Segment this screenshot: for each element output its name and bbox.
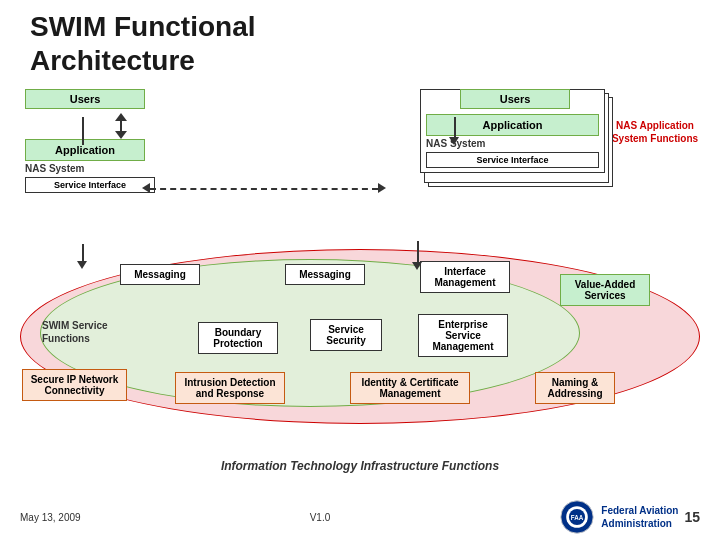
arrowhead-down-to-messaging bbox=[77, 261, 87, 269]
messaging-right-box: Messaging bbox=[285, 264, 365, 285]
service-interface-right: Service Interface bbox=[426, 152, 599, 168]
page: SWIM Functional Architecture SWIM Servic… bbox=[0, 0, 720, 540]
service-security-box: ServiceSecurity bbox=[310, 319, 382, 351]
nas-left-block: Users Application NAS System Service Int… bbox=[20, 89, 190, 193]
arrowhead-right-app bbox=[378, 183, 386, 193]
value-added-box: Value-AddedServices bbox=[560, 274, 650, 306]
enterprise-service-box: EnterpriseServiceManagement bbox=[418, 314, 508, 357]
nas-application-functions-label: NAS Application System Functions bbox=[610, 119, 700, 145]
identity-certificate-box: Identity & CertificateManagement bbox=[350, 372, 470, 404]
arrow-down-left bbox=[115, 131, 127, 139]
users-box-right: Users bbox=[460, 89, 570, 109]
app-box-left: Application bbox=[25, 139, 145, 161]
app-box-right: Application bbox=[426, 114, 599, 136]
faa-logo-icon: FAA bbox=[559, 499, 595, 535]
footer-right: FAA Federal Aviation Administration 15 bbox=[559, 499, 700, 535]
interface-management-box: InterfaceManagement bbox=[420, 261, 510, 293]
footer-date: May 13, 2009 bbox=[20, 512, 81, 523]
intrusion-detection-box: Intrusion Detectionand Response bbox=[175, 372, 285, 404]
arrowhead-left-app bbox=[142, 183, 150, 193]
nas-right-container: Users Application NAS System Service Int… bbox=[420, 89, 620, 173]
service-interface-left: Service Interface bbox=[25, 177, 155, 193]
faa-label: Federal Aviation Administration bbox=[601, 504, 678, 530]
arrowhead-down-right-messaging bbox=[412, 262, 422, 270]
nas-system-label-left: NAS System bbox=[25, 163, 190, 174]
swim-service-label: SWIM Service Functions bbox=[42, 319, 117, 345]
v-arrow-left-nas bbox=[82, 117, 84, 145]
naming-addressing-box: Naming &Addressing bbox=[535, 372, 615, 404]
boundary-protection-box: BoundaryProtection bbox=[198, 322, 278, 354]
messaging-left-box: Messaging bbox=[120, 264, 200, 285]
diagram: SWIM Service Functions Users Application… bbox=[20, 89, 700, 509]
page-number: 15 bbox=[684, 509, 700, 525]
arrowhead-down-right bbox=[449, 137, 459, 145]
svg-text:FAA: FAA bbox=[571, 514, 584, 521]
footer: May 13, 2009 V1.0 FAA Federal Aviation A… bbox=[20, 499, 700, 535]
arrow-line-left bbox=[120, 121, 122, 131]
secure-ip-box: Secure IP NetworkConnectivity bbox=[22, 369, 127, 401]
dashed-arrow-apps bbox=[150, 188, 378, 190]
arrow-up-left bbox=[115, 113, 127, 121]
left-nas-arrow bbox=[52, 113, 190, 139]
footer-version: V1.0 bbox=[310, 512, 331, 523]
users-box-left: Users bbox=[25, 89, 145, 109]
it-infrastructure-label: Information Technology Infrastructure Fu… bbox=[20, 459, 700, 473]
page-title: SWIM Functional Architecture bbox=[30, 10, 700, 77]
